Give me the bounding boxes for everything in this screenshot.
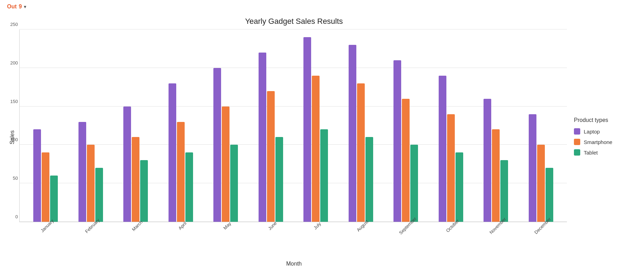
legend-color-swatch <box>574 149 580 156</box>
legend-color-swatch <box>574 128 580 135</box>
smartphone-bar[interactable] <box>222 107 229 222</box>
month-group <box>338 29 384 222</box>
legend-items: Laptop Smartphone Tablet <box>574 128 633 160</box>
month-group <box>113 29 158 222</box>
smartphone-bar[interactable] <box>42 152 49 222</box>
chart-title: Yearly Gadget Sales Results <box>21 17 567 26</box>
month-group <box>23 29 68 222</box>
out-number: 9 <box>19 4 22 10</box>
month-group <box>68 29 114 222</box>
chart-area: Yearly Gadget Sales Results Sales 050100… <box>0 13 644 274</box>
legend-item: Smartphone <box>574 139 633 145</box>
smartphone-bar[interactable] <box>177 122 185 222</box>
month-group <box>519 29 564 222</box>
out-label: Out <box>7 4 17 10</box>
legend-title: Product types <box>574 117 633 123</box>
tablet-bar[interactable] <box>365 137 373 222</box>
tablet-bar[interactable] <box>410 145 418 222</box>
chart-inner: Sales 050100150200250 JanuaryFebruaryMar… <box>7 29 567 245</box>
month-group <box>158 29 204 222</box>
bars-container <box>20 29 567 222</box>
month-group <box>429 29 474 222</box>
laptop-bar[interactable] <box>349 45 356 222</box>
y-tick-label: 150 <box>6 98 18 104</box>
tablet-bar[interactable] <box>320 129 328 222</box>
smartphone-bar[interactable] <box>537 145 545 222</box>
x-axis-labels: JanuaryFebruaryMarchAprilMayJuneJulyAugu… <box>19 222 567 245</box>
month-group <box>203 29 248 222</box>
y-tick-label: 250 <box>6 22 18 27</box>
chevron-down-icon[interactable]: ▾ <box>24 4 26 9</box>
smartphone-bar[interactable] <box>402 99 410 222</box>
laptop-bar[interactable] <box>303 37 311 222</box>
y-tick-label: 100 <box>6 137 18 142</box>
top-bar: Out 9 ▾ <box>0 0 644 13</box>
legend-item: Tablet <box>574 149 633 156</box>
laptop-bar[interactable] <box>259 53 266 222</box>
legend-item: Laptop <box>574 128 633 135</box>
tablet-bar[interactable] <box>230 145 238 222</box>
tablet-bar[interactable] <box>185 152 193 222</box>
chart-plot: 050100150200250 JanuaryFebruaryMarchApri… <box>19 29 567 245</box>
laptop-bar[interactable] <box>529 114 536 222</box>
laptop-bar[interactable] <box>169 83 176 222</box>
tablet-bar[interactable] <box>275 137 283 222</box>
month-group <box>293 29 338 222</box>
y-tick-label: 0 <box>6 214 18 219</box>
month-group <box>473 29 519 222</box>
laptop-bar[interactable] <box>213 68 221 222</box>
legend-item-label: Tablet <box>584 150 598 156</box>
laptop-bar[interactable] <box>439 76 446 222</box>
tablet-bar[interactable] <box>455 152 463 222</box>
smartphone-bar[interactable] <box>312 76 320 222</box>
laptop-bar[interactable] <box>33 129 41 222</box>
smartphone-bar[interactable] <box>357 83 365 222</box>
legend-item-label: Smartphone <box>584 139 612 145</box>
month-group <box>383 29 429 222</box>
smartphone-bar[interactable] <box>267 91 275 222</box>
legend: Product types Laptop Smartphone Tablet <box>567 17 637 267</box>
month-group <box>248 29 294 222</box>
laptop-bar[interactable] <box>393 60 401 222</box>
legend-item-label: Laptop <box>584 129 600 135</box>
smartphone-bar[interactable] <box>492 129 500 222</box>
laptop-bar[interactable] <box>484 99 491 222</box>
laptop-bar[interactable] <box>123 107 131 222</box>
smartphone-bar[interactable] <box>87 145 95 222</box>
laptop-bar[interactable] <box>78 122 86 222</box>
plot-area: 050100150200250 <box>19 29 567 222</box>
x-axis-title: Month <box>21 261 567 267</box>
smartphone-bar[interactable] <box>447 114 455 222</box>
y-tick-label: 50 <box>6 176 18 181</box>
y-tick-label: 200 <box>6 60 18 65</box>
legend-color-swatch <box>574 139 580 145</box>
smartphone-bar[interactable] <box>132 137 139 222</box>
page-container: Out 9 ▾ Yearly Gadget Sales Results Sale… <box>0 0 644 274</box>
chart-wrapper: Yearly Gadget Sales Results Sales 050100… <box>7 17 567 267</box>
